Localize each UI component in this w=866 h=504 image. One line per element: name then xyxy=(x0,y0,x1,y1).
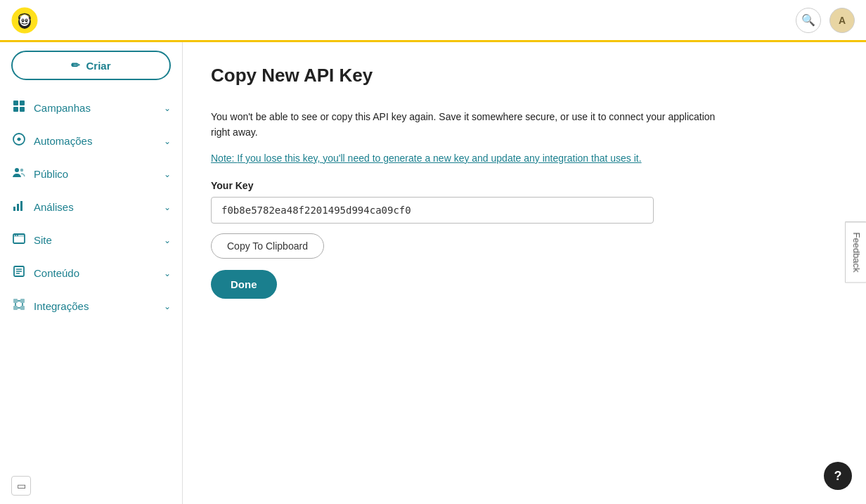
analises-icon xyxy=(11,198,27,216)
note-link[interactable]: If you lose this key, you'll need to gen… xyxy=(237,153,641,164)
svg-point-16 xyxy=(20,169,23,172)
svg-point-22 xyxy=(15,235,16,236)
collapse-sidebar-icon: ▭ xyxy=(17,480,26,491)
svg-rect-12 xyxy=(13,107,18,112)
publico-icon xyxy=(11,165,27,183)
svg-point-23 xyxy=(17,235,18,236)
sidebar: ✏ Criar Campanhas ⌄ Automações ⌄ Público… xyxy=(0,42,183,504)
feedback-tab[interactable]: Feedback xyxy=(845,221,866,283)
sidebar-item-automacoes[interactable]: Automações ⌄ xyxy=(0,124,182,157)
site-label: Site xyxy=(34,234,157,246)
svg-rect-31 xyxy=(20,306,25,310)
automacoes-chevron: ⌄ xyxy=(164,136,171,146)
help-button[interactable]: ? xyxy=(824,462,852,490)
sidebar-item-publico[interactable]: Público ⌄ xyxy=(0,157,182,190)
sidebar-item-integracoes[interactable]: Integrações ⌄ xyxy=(0,290,182,323)
sidebar-item-analises[interactable]: Análises ⌄ xyxy=(0,190,182,224)
conteudo-chevron: ⌄ xyxy=(164,269,171,278)
analises-chevron: ⌄ xyxy=(164,202,171,212)
page-title: Copy New API Key xyxy=(211,65,838,86)
criar-icon: ✏ xyxy=(71,59,80,72)
svg-point-9 xyxy=(18,17,20,18)
svg-rect-28 xyxy=(13,299,18,303)
svg-point-6 xyxy=(26,19,27,20)
criar-label: Criar xyxy=(86,60,110,72)
sidebar-item-campanhas[interactable]: Campanhas ⌄ xyxy=(0,91,182,124)
campanhas-icon xyxy=(11,99,27,117)
sidebar-item-site[interactable]: Site ⌄ xyxy=(0,224,182,257)
criar-button[interactable]: ✏ Criar xyxy=(11,51,171,80)
svg-rect-10 xyxy=(13,101,18,105)
campanhas-label: Campanhas xyxy=(34,102,157,114)
warning-text: You won't be able to see or copy this AP… xyxy=(211,109,717,141)
your-key-label: Your Key xyxy=(211,180,717,191)
conteudo-icon xyxy=(11,264,27,282)
publico-label: Público xyxy=(34,168,157,180)
svg-point-5 xyxy=(22,19,24,20)
note-prefix: Note: xyxy=(211,153,237,164)
sidebar-item-conteudo[interactable]: Conteúdo ⌄ xyxy=(0,257,182,290)
svg-point-8 xyxy=(29,17,30,18)
automacoes-label: Automações xyxy=(34,135,157,147)
top-bar-right: 🔍 A xyxy=(796,8,855,33)
campanhas-chevron: ⌄ xyxy=(164,103,171,113)
copy-to-clipboard-button[interactable]: Copy To Clipboard xyxy=(211,233,324,259)
site-icon xyxy=(11,231,27,249)
site-chevron: ⌄ xyxy=(164,235,171,245)
main-content: Copy New API Key You won't be able to se… xyxy=(183,42,866,504)
avatar[interactable]: A xyxy=(829,8,855,33)
note-text: Note: If you lose this key, you'll need … xyxy=(211,150,717,166)
automacoes-icon xyxy=(11,132,27,150)
svg-rect-11 xyxy=(20,101,25,105)
integracoes-chevron: ⌄ xyxy=(164,302,171,311)
collapse-sidebar-button[interactable]: ▭ xyxy=(11,476,31,496)
conteudo-label: Conteúdo xyxy=(34,267,157,279)
top-bar: 🔍 A xyxy=(0,0,866,42)
svg-rect-18 xyxy=(17,204,19,211)
mailchimp-logo[interactable] xyxy=(11,7,38,34)
search-icon: 🔍 xyxy=(801,13,815,27)
content-section: You won't be able to see or copy this AP… xyxy=(211,109,717,299)
svg-rect-17 xyxy=(13,207,15,211)
layout: ✏ Criar Campanhas ⌄ Automações ⌄ Público… xyxy=(0,42,866,504)
svg-rect-29 xyxy=(20,299,25,303)
analises-label: Análises xyxy=(34,201,157,213)
integracoes-icon xyxy=(11,297,27,315)
done-button[interactable]: Done xyxy=(211,270,277,299)
sidebar-bottom: ▭ xyxy=(0,467,182,504)
api-key-input[interactable] xyxy=(211,197,654,224)
svg-point-15 xyxy=(15,168,19,172)
search-button[interactable]: 🔍 xyxy=(796,8,821,33)
svg-rect-30 xyxy=(13,306,18,310)
svg-rect-13 xyxy=(20,107,25,112)
top-bar-left xyxy=(11,7,38,34)
svg-rect-19 xyxy=(20,201,22,211)
integracoes-label: Integrações xyxy=(34,300,157,312)
publico-chevron: ⌄ xyxy=(164,169,171,179)
